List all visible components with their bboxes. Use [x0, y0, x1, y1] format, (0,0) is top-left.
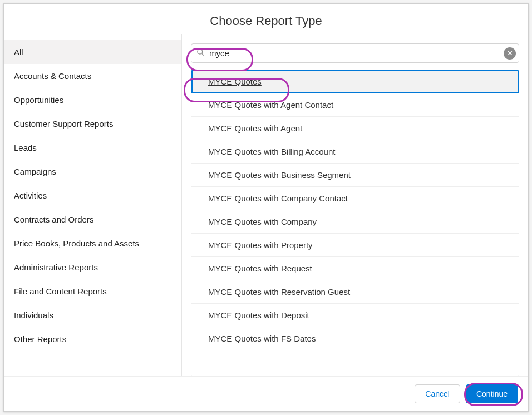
sidebar-item[interactable]: Activities [4, 184, 181, 208]
category-sidebar[interactable]: AllAccounts & ContactsOpportunitiesCusto… [4, 34, 182, 376]
result-label: MYCE Quotes with FS Dates [208, 334, 316, 343]
sidebar-item[interactable]: Campaigns [4, 160, 181, 184]
result-label: MYCE Quotes with Agent [208, 123, 302, 133]
sidebar-item[interactable]: Leads [4, 136, 181, 160]
modal-title: Choose Report Type [4, 14, 528, 28]
result-label: MYCE Quotes with Deposit [208, 310, 309, 320]
result-row[interactable]: MYCE Quotes with Reservation Guest [191, 280, 519, 304]
result-row[interactable]: MYCE Quotes with Agent Contact [191, 93, 519, 117]
result-row[interactable]: MYCE Quotes with Request [191, 257, 519, 280]
result-row[interactable]: MYCE Quotes with Property [191, 234, 519, 257]
result-label: MYCE Quotes with Billing Account [208, 147, 335, 156]
search-wrap: ✕ [191, 43, 519, 63]
results-list[interactable]: MYCE QuotesMYCE Quotes with Agent Contac… [191, 70, 519, 376]
modal-footer: Cancel Continue [4, 376, 528, 411]
result-row[interactable]: MYCE Quotes with Agent [191, 117, 519, 140]
clear-search-button[interactable]: ✕ [504, 47, 516, 60]
result-label: MYCE Quotes with Reservation Guest [208, 287, 350, 297]
result-label: MYCE Quotes with Property [208, 240, 313, 250]
result-row[interactable]: MYCE Quotes with Deposit [191, 304, 519, 327]
result-label: MYCE Quotes with Agent Contact [208, 100, 333, 110]
sidebar-item[interactable]: Other Reports [4, 327, 181, 351]
main-panel: ✕ MYCE QuotesMYCE Quotes with Agent Cont… [182, 34, 528, 376]
result-row[interactable]: MYCE Quotes with Business Segment [191, 164, 519, 187]
result-label: MYCE Quotes [208, 77, 262, 86]
modal-header: Choose Report Type [4, 4, 528, 34]
sidebar-item[interactable]: File and Content Reports [4, 279, 181, 303]
sidebar-item[interactable]: Customer Support Reports [4, 112, 181, 136]
sidebar-item[interactable]: Administrative Reports [4, 255, 181, 279]
result-row[interactable]: MYCE Quotes with Billing Account [191, 140, 519, 164]
result-row[interactable]: MYCE Quotes [191, 70, 519, 93]
report-type-modal: Choose Report Type AllAccounts & Contact… [3, 3, 529, 412]
search-input[interactable] [191, 43, 519, 63]
sidebar-item[interactable]: Accounts & Contacts [4, 64, 181, 88]
cancel-button[interactable]: Cancel [415, 384, 460, 403]
modal-body: AllAccounts & ContactsOpportunitiesCusto… [4, 34, 528, 376]
sidebar-item[interactable]: Individuals [4, 303, 181, 327]
result-label: MYCE Quotes with Company Contact [208, 194, 348, 203]
result-row[interactable]: MYCE Quotes with Company Contact [191, 187, 519, 210]
result-label: MYCE Quotes with Business Segment [208, 170, 351, 180]
result-row[interactable]: MYCE Quotes with Company [191, 210, 519, 234]
result-label: MYCE Quotes with Company [208, 217, 317, 226]
sidebar-item[interactable]: All [4, 40, 181, 64]
result-label: MYCE Quotes with Request [208, 264, 312, 273]
continue-button[interactable]: Continue [466, 384, 518, 403]
result-row[interactable]: MYCE Quotes with FS Dates [191, 327, 519, 350]
sidebar-item[interactable]: Opportunities [4, 88, 181, 112]
sidebar-item[interactable]: Price Books, Products and Assets [4, 231, 181, 255]
sidebar-item[interactable]: Contracts and Orders [4, 208, 181, 231]
